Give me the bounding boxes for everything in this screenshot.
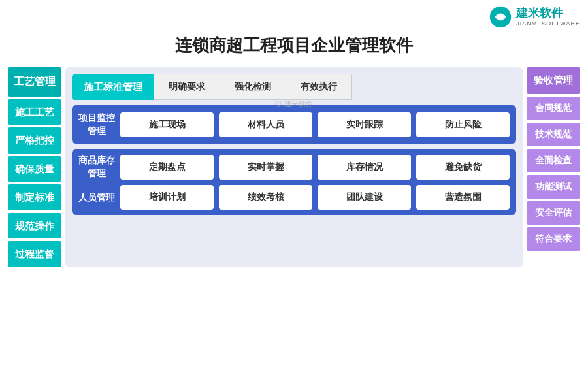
staff-item-3: 营造氛围 xyxy=(416,185,510,210)
left-item-1: 施工工艺 xyxy=(8,99,61,125)
watermark: ◎ 建米软件 xyxy=(275,99,313,109)
logo-text: 建米软件 JIANMI SOFTWARE xyxy=(516,7,580,27)
left-item-0: 工艺管理 xyxy=(8,67,61,97)
right-item-1: 合同规范 xyxy=(527,97,580,120)
right-column: 验收管理 合同规范 技术规范 全面检查 功能测试 安全评估 符合要求 xyxy=(527,67,580,267)
section-label-inventory: 商品库存管理 xyxy=(78,154,115,180)
inventory-row: 商品库存管理 定期盘点 实时掌握 库存情况 避免缺货 xyxy=(78,154,510,180)
section-items-project: 施工现场 材料人员 实时跟踪 防止风险 xyxy=(120,112,510,137)
center-panel: 施工标准管理 明确要求 强化检测 有效执行 ◎ 建米软件 项目监控管理 施工现场… xyxy=(65,67,523,267)
tab-secondary-0[interactable]: 明确要求 xyxy=(154,74,220,100)
section-items-inventory: 定期盘点 实时掌握 库存情况 避免缺货 xyxy=(120,155,510,180)
svg-point-1 xyxy=(498,14,504,20)
content-area: 工艺管理 施工工艺 严格把控 确保质量 制定标准 规范操作 过程监督 施工标准管… xyxy=(8,67,580,267)
inv-item-1: 实时掌握 xyxy=(219,155,312,180)
logo-icon xyxy=(489,5,512,29)
inv-item-3: 避免缺货 xyxy=(416,155,510,180)
project-monitor-section: 项目监控管理 施工现场 材料人员 实时跟踪 防止风险 xyxy=(72,105,516,144)
left-item-2: 严格把控 xyxy=(8,127,61,154)
section-item-0: 施工现场 xyxy=(120,112,214,137)
staff-row: 人员管理 培训计划 绩效考核 团队建设 营造氛围 xyxy=(78,185,510,210)
left-item-6: 过程监督 xyxy=(8,241,61,267)
right-item-4: 功能测试 xyxy=(527,175,580,199)
logo-area: 建米软件 JIANMI SOFTWARE xyxy=(489,5,580,29)
tab-main[interactable]: 施工标准管理 xyxy=(72,74,154,100)
right-item-0: 验收管理 xyxy=(527,67,580,94)
section-items-staff: 培训计划 绩效考核 团队建设 营造氛围 xyxy=(120,185,510,210)
staff-item-1: 绩效考核 xyxy=(219,185,312,210)
left-item-4: 制定标准 xyxy=(8,184,61,210)
inv-item-0: 定期盘点 xyxy=(120,155,214,180)
left-item-5: 规范操作 xyxy=(8,213,61,239)
right-item-2: 技术规范 xyxy=(527,123,580,146)
tab-secondary-2[interactable]: 有效执行 xyxy=(286,74,352,100)
logo-en: JIANMI SOFTWARE xyxy=(516,20,580,27)
staff-item-2: 团队建设 xyxy=(318,185,411,210)
section-item-1: 材料人员 xyxy=(219,112,312,137)
left-column: 工艺管理 施工工艺 严格把控 确保质量 制定标准 规范操作 过程监督 xyxy=(8,67,61,267)
section-item-3: 防止风险 xyxy=(416,112,510,137)
logo-cn: 建米软件 xyxy=(516,7,563,20)
right-item-5: 安全评估 xyxy=(527,201,580,225)
top-tabs: 施工标准管理 明确要求 强化检测 有效执行 ◎ 建米软件 xyxy=(72,74,516,100)
section-label-project: 项目监控管理 xyxy=(78,112,115,137)
left-item-3: 确保质量 xyxy=(8,156,61,182)
double-section: 商品库存管理 定期盘点 实时掌握 库存情况 避免缺货 人员管理 培训计划 绩效考… xyxy=(72,149,516,215)
staff-item-0: 培训计划 xyxy=(120,185,214,210)
right-item-3: 全面检查 xyxy=(527,149,580,172)
tab-secondary-1[interactable]: 强化检测 xyxy=(220,74,286,100)
section-item-2: 实时跟踪 xyxy=(318,112,411,137)
right-item-6: 符合要求 xyxy=(527,227,580,251)
inv-item-2: 库存情况 xyxy=(318,155,411,180)
section-label-staff: 人员管理 xyxy=(78,191,115,204)
